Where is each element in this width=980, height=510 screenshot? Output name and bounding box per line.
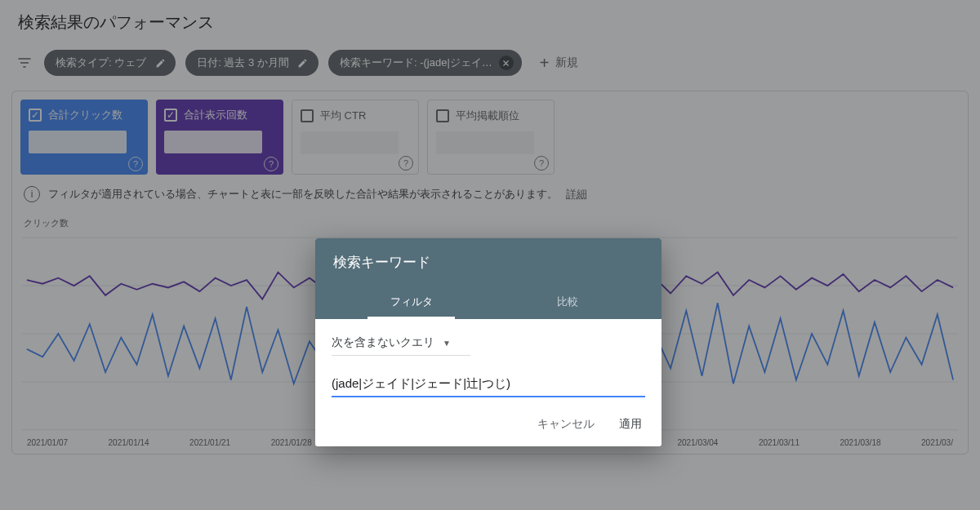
metric-label: 平均掲載順位 <box>456 109 519 123</box>
cancel-button[interactable]: キャンセル <box>537 417 595 432</box>
filter-list-icon[interactable] <box>15 53 34 73</box>
metric-label: 合計クリック数 <box>48 108 122 122</box>
add-filter-button[interactable]: + 新規 <box>532 55 579 71</box>
apply-button[interactable]: 適用 <box>619 417 642 432</box>
chip-date[interactable]: 日付: 過去 3 か月間 <box>185 50 318 76</box>
banner-text: フィルタが適用されている場合、チャートと表に一部を反映した合計や結果が表示される… <box>48 187 558 202</box>
close-icon[interactable] <box>499 55 514 70</box>
metric-value <box>436 131 534 154</box>
metric-clicks[interactable]: 合計クリック数 ? <box>20 100 148 175</box>
x-tick: 2021/03/11 <box>759 438 800 447</box>
match-type-select[interactable]: 次を含まないクエリ ▼ <box>332 334 470 356</box>
info-icon[interactable]: ? <box>128 157 143 171</box>
dialog-tabs: フィルタ 比較 <box>333 286 645 319</box>
query-input[interactable] <box>332 374 645 397</box>
chip-label: 日付: 過去 3 か月間 <box>197 55 289 70</box>
chip-search-type[interactable]: 検索タイプ: ウェブ <box>44 50 176 76</box>
tab-filter[interactable]: フィルタ <box>333 286 489 319</box>
filters-row: 検索タイプ: ウェブ 日付: 過去 3 か月間 検索キーワード: -(jade|… <box>0 40 980 91</box>
x-tick: 2021/03/04 <box>677 438 718 447</box>
metric-value <box>301 131 399 154</box>
info-banner: i フィルタが適用されている場合、チャートと表に一部を反映した合計や結果が表示さ… <box>12 178 968 211</box>
new-label: 新規 <box>555 55 578 70</box>
x-tick: 2021/01/14 <box>109 438 149 447</box>
metrics-row: 合計クリック数 ? 合計表示回数 ? 平均 CTR ? 平均掲載順位 ? <box>12 91 968 178</box>
metric-value <box>164 131 262 153</box>
metric-label: 平均 CTR <box>320 109 366 123</box>
select-label: 次を含まないクエリ <box>332 335 434 350</box>
pencil-icon <box>296 55 310 70</box>
dialog-title: 検索キーワード <box>333 253 645 272</box>
x-tick: 2021/01/07 <box>27 438 68 447</box>
metric-label: 合計表示回数 <box>184 108 247 122</box>
x-tick: 2021/03/ <box>921 438 953 447</box>
dialog-actions: キャンセル 適用 <box>315 402 662 446</box>
checkbox-icon <box>29 109 42 122</box>
checkbox-icon <box>436 109 449 122</box>
metric-position[interactable]: 平均掲載順位 ? <box>427 100 555 175</box>
info-icon: i <box>24 186 40 202</box>
chevron-down-icon: ▼ <box>443 339 451 348</box>
metric-value <box>29 131 127 153</box>
chip-label: 検索タイプ: ウェブ <box>56 55 146 70</box>
page-title: 検索結果のパフォーマンス <box>0 0 980 40</box>
chart-y-label: クリック数 <box>24 217 958 229</box>
tab-compare[interactable]: 比較 <box>489 286 645 319</box>
info-icon[interactable]: ? <box>534 156 549 171</box>
pencil-icon <box>153 55 167 70</box>
banner-link[interactable]: 詳細 <box>566 187 587 202</box>
plus-icon: + <box>540 55 550 71</box>
info-icon[interactable]: ? <box>264 157 278 171</box>
query-filter-dialog: 検索キーワード フィルタ 比較 次を含まないクエリ ▼ キャンセル 適用 <box>315 238 662 446</box>
chip-label: 検索キーワード: -(jade|ジェイ… <box>340 55 492 70</box>
metric-impressions[interactable]: 合計表示回数 ? <box>156 100 283 175</box>
x-tick: 2021/03/18 <box>840 438 880 447</box>
metric-ctr[interactable]: 平均 CTR ? <box>292 100 419 175</box>
chip-query[interactable]: 検索キーワード: -(jade|ジェイ… <box>328 50 522 76</box>
info-icon[interactable]: ? <box>399 156 413 171</box>
x-tick: 2021/01/21 <box>189 438 230 447</box>
checkbox-icon <box>164 109 177 122</box>
checkbox-icon <box>301 109 314 122</box>
x-tick: 2021/01/28 <box>271 438 312 447</box>
